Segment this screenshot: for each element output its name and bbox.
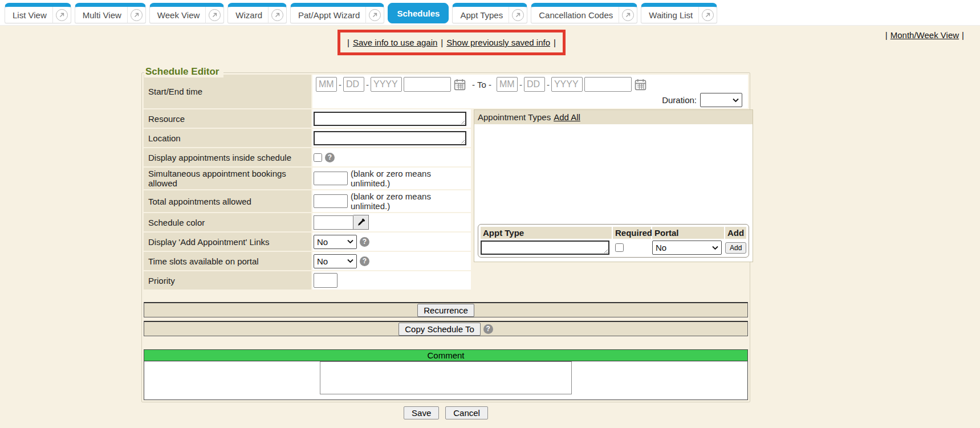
form-actions: Save Cancel [141,406,750,419]
time-slots-label: Time slots available on portal [144,252,312,270]
tab-appt-types[interactable]: Appt Types [452,3,527,23]
total-appointments-label: Total appointments allowed [144,190,312,212]
date-dash: - [547,80,550,89]
display-appointments-checkbox[interactable] [314,153,322,162]
external-link-icon[interactable] [698,7,717,23]
add-appt-type-button[interactable]: Add [725,242,746,254]
tab-label: Schedules [388,9,448,18]
resource-input[interactable] [314,112,466,126]
tab-label: Multi View [75,10,127,20]
priority-input[interactable] [314,273,337,288]
location-input[interactable] [314,131,466,145]
start-day-input[interactable] [343,77,364,92]
appointment-types-panel: Appointment Types Add All Appt Type Requ… [474,109,753,262]
resource-label: Resource [144,109,312,128]
cancel-button[interactable]: Cancel [445,406,488,419]
appointment-types-header: Appointment Types [478,112,551,122]
chevron-down-icon [347,259,353,263]
schedule-color-label: Schedule color [144,213,312,231]
end-year-input[interactable] [551,77,583,92]
spacer [144,291,748,299]
top-links-row: | Save info to use again | Show previous… [0,26,980,64]
tab-schedules[interactable]: Schedules [388,3,449,23]
tab-label: List View [5,10,52,20]
col-appt-type: Appt Type [481,227,612,239]
total-appointments-row: Total appointments allowed (blank or zer… [144,190,471,212]
end-month-input[interactable] [497,77,518,92]
add-appointment-links-row: Display 'Add Appointment' Links No ? [144,233,471,251]
duration-label: Duration: [662,95,697,105]
eyedropper-icon[interactable] [353,215,369,230]
help-icon[interactable]: ? [483,324,493,334]
external-link-icon[interactable] [205,7,223,23]
help-icon[interactable]: ? [360,256,369,266]
time-slots-select[interactable]: No [314,254,357,268]
save-button[interactable]: Save [404,406,439,419]
help-icon[interactable]: ? [360,237,369,247]
end-time-input[interactable] [584,77,632,92]
start-time-input[interactable] [404,77,451,92]
appt-type-input[interactable] [481,241,609,255]
start-month-input[interactable] [316,77,337,92]
tab-pat-appt-wizard[interactable]: Pat/Appt Wizard [290,3,384,23]
tab-wizard[interactable]: Wizard [227,3,287,23]
add-appointment-links-label: Display 'Add Appointment' Links [144,233,312,251]
appt-type-add-box: Appt Type Required Portal Add No [478,224,749,258]
show-previously-saved-link[interactable]: Show previously saved info [446,38,550,47]
display-appointments-label: Display appointments inside schedule [144,148,312,166]
start-calendar-icon[interactable] [453,79,467,91]
tab-week-view[interactable]: Week View [149,3,224,23]
date-dash: - [366,80,369,89]
tab-waiting-list[interactable]: Waiting List [641,3,717,23]
col-portal: Portal [652,227,724,239]
start-year-input[interactable] [371,77,402,92]
chevron-down-icon [347,239,353,244]
simultaneous-input[interactable] [314,172,348,185]
help-icon[interactable]: ? [325,153,335,162]
external-link-icon[interactable] [365,7,384,23]
add-appointment-links-select[interactable]: No [314,235,357,249]
schedule-color-input[interactable] [314,215,353,230]
end-calendar-icon[interactable] [633,79,648,91]
date-dash: - [339,80,341,89]
month-week-view-link[interactable]: Month/Week View [890,30,959,40]
location-row: Location [144,129,471,147]
tab-cancellation-codes[interactable]: Cancellation Codes [531,3,637,23]
external-link-icon[interactable] [127,7,145,23]
col-required: Required [613,227,651,239]
external-link-icon[interactable] [52,7,71,23]
recurrence-button[interactable]: Recurrence [417,304,474,317]
date-dash: - [519,80,522,89]
required-checkbox[interactable] [615,243,624,252]
start-end-label: Start/End time [144,75,312,108]
external-link-icon[interactable] [509,7,527,23]
comment-textarea[interactable] [320,361,572,394]
unlimited-note: (blank or zero means unlimited.) [351,169,470,188]
time-slots-row: Time slots available on portal No ? [144,252,471,270]
tab-bar: List View Multi View Week View Wizard Pa… [0,0,980,26]
pipe-separator: | [885,30,888,40]
total-appointments-input[interactable] [314,194,348,208]
external-link-icon[interactable] [268,7,286,23]
save-info-link[interactable]: Save info to use again [353,38,437,47]
start-end-content: - - - To - - - Duration: [312,75,748,108]
priority-label: Priority [144,271,312,290]
simultaneous-label: Simultaneous appointment bookings allowe… [144,168,312,189]
appointment-types-list [474,124,753,221]
appt-type-input-row: No Add [481,241,746,255]
unlimited-note: (blank or zero means unlimited.) [351,191,470,211]
tab-multi-view[interactable]: Multi View [75,3,146,23]
appt-type-table-header: Appt Type Required Portal Add [481,227,746,239]
pipe-separator: | [347,38,349,47]
tab-list-view[interactable]: List View [5,3,71,23]
end-day-input[interactable] [524,77,545,92]
comment-header: Comment [144,350,747,361]
form-left-column: Resource Location Display appointments i… [144,109,471,291]
duration-select[interactable] [700,93,742,107]
copy-schedule-button[interactable]: Copy Schedule To [398,323,480,336]
add-all-link[interactable]: Add All [554,112,580,122]
portal-select[interactable]: No [652,241,722,255]
external-link-icon[interactable] [619,7,637,23]
display-appointments-row: Display appointments inside schedule ? [144,148,471,166]
page-title: Schedule Editor [144,66,223,78]
